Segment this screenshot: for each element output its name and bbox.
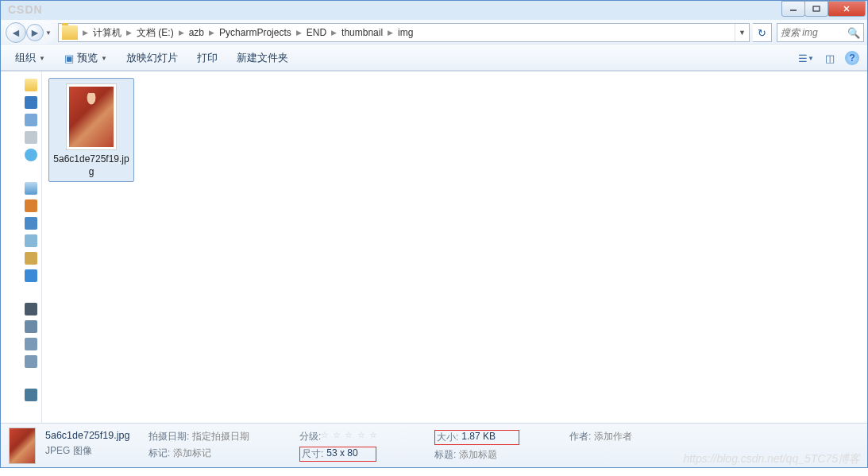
breadcrumb-separator[interactable]: ▶ xyxy=(207,29,216,37)
details-filename: 5a6c1de725f19.jpg xyxy=(45,430,149,441)
sidebar-item[interactable] xyxy=(1,215,41,232)
music-icon xyxy=(25,269,37,282)
svg-rect-1 xyxy=(813,6,820,11)
title-value[interactable]: 添加标题 xyxy=(459,448,497,462)
sidebar-item[interactable] xyxy=(1,335,41,353)
dimensions-value: 53 x 80 xyxy=(326,447,357,461)
sidebar-item[interactable] xyxy=(1,111,41,129)
nav-history-dropdown[interactable]: ▼ xyxy=(44,29,53,37)
breadcrumb-separator[interactable]: ▶ xyxy=(295,29,303,37)
address-bar[interactable]: ▶ 计算机 ▶ 文档 (E:) ▶ azb ▶ PycharmProjects … xyxy=(58,23,750,42)
breadcrumb-separator[interactable]: ▶ xyxy=(81,29,90,37)
breadcrumb-item[interactable]: thumbnail xyxy=(338,27,386,38)
drive-icon xyxy=(25,355,37,368)
sidebar-item[interactable] xyxy=(1,300,41,318)
size-highlight: 大小:1.87 KB xyxy=(434,430,519,445)
preview-pane-button[interactable]: ◫ xyxy=(821,49,839,67)
preview-label: 预览 xyxy=(77,52,98,65)
dimensions-label: 尺寸: xyxy=(302,447,323,461)
dimensions-highlight: 尺寸:53 x 80 xyxy=(299,447,376,462)
breadcrumb-item[interactable]: 文档 (E:) xyxy=(133,26,177,40)
sidebar-item[interactable] xyxy=(1,76,41,94)
breadcrumb-item[interactable]: azb xyxy=(186,27,207,38)
computer-icon xyxy=(25,303,37,315)
folder-icon xyxy=(25,79,37,91)
slideshow-button[interactable]: 放映幻灯片 xyxy=(120,48,184,68)
video-icon xyxy=(25,199,37,212)
documents-icon xyxy=(25,234,37,247)
cloud-icon xyxy=(25,149,37,161)
title-label: 标题: xyxy=(434,448,456,462)
file-list-pane[interactable]: 5a6c1de725f19.jpg xyxy=(42,72,867,423)
details-filetype: JPEG 图像 xyxy=(45,444,149,458)
watermark-bottom: https://blog.csdn.net/qq_5TC75博客 xyxy=(683,452,860,466)
sidebar-item[interactable] xyxy=(1,232,41,250)
library-icon xyxy=(25,182,37,195)
sidebar-item[interactable] xyxy=(1,129,41,146)
nav-buttons: ◄ ► ▼ xyxy=(4,21,55,45)
breadcrumb-separator[interactable]: ▶ xyxy=(330,29,338,37)
rating-stars[interactable]: ☆ ☆ ☆ ☆ ☆ xyxy=(321,430,377,443)
drive-icon xyxy=(25,320,37,333)
preview-icon: ▣ xyxy=(64,52,74,64)
breadcrumb-separator[interactable]: ▶ xyxy=(125,29,133,37)
breadcrumb-item[interactable]: END xyxy=(303,27,330,38)
navigation-sidebar xyxy=(1,72,42,423)
search-icon[interactable]: 🔍 xyxy=(847,27,860,39)
refresh-button[interactable]: ↻ xyxy=(753,23,772,42)
new-folder-button[interactable]: 新建文件夹 xyxy=(230,48,295,68)
organize-label: 组织 xyxy=(15,52,36,65)
sidebar-item[interactable] xyxy=(1,386,41,404)
minimize-button[interactable] xyxy=(781,1,805,17)
sidebar-item[interactable] xyxy=(1,353,41,370)
date-label: 拍摄日期: xyxy=(149,430,189,443)
help-button[interactable]: ? xyxy=(845,51,859,65)
rating-label: 分级: xyxy=(299,430,321,443)
author-value[interactable]: 添加作者 xyxy=(594,430,632,443)
sidebar-item[interactable] xyxy=(1,197,41,215)
downloads-icon xyxy=(25,252,37,265)
sidebar-item[interactable] xyxy=(1,180,41,197)
address-dropdown[interactable]: ▼ xyxy=(735,24,749,41)
chevron-down-icon: ▼ xyxy=(101,55,107,62)
search-box[interactable]: 🔍 xyxy=(777,23,864,42)
sidebar-item[interactable] xyxy=(1,250,41,267)
organize-menu[interactable]: 组织▼ xyxy=(9,48,52,68)
tags-label: 标记: xyxy=(149,447,170,460)
recent-icon xyxy=(25,131,37,144)
breadcrumb-item[interactable]: PycharmProjects xyxy=(216,27,295,38)
title-bar xyxy=(1,1,867,20)
search-input[interactable] xyxy=(781,27,847,38)
navigation-bar: ◄ ► ▼ ▶ 计算机 ▶ 文档 (E:) ▶ azb ▶ PycharmPro… xyxy=(1,20,867,45)
drive-icon xyxy=(25,338,37,350)
file-thumbnail xyxy=(66,83,117,150)
sidebar-item[interactable] xyxy=(1,94,41,111)
size-label: 大小: xyxy=(437,431,458,444)
size-value: 1.87 KB xyxy=(461,431,496,444)
sidebar-item[interactable] xyxy=(1,318,41,335)
close-button[interactable] xyxy=(827,1,866,17)
preview-menu[interactable]: ▣预览▼ xyxy=(58,48,114,68)
watermark-top: CSDN xyxy=(8,3,43,16)
network-icon xyxy=(25,389,37,401)
pictures-icon xyxy=(25,217,37,230)
chevron-down-icon: ▼ xyxy=(39,55,45,62)
explorer-window: ◄ ► ▼ ▶ 计算机 ▶ 文档 (E:) ▶ azb ▶ PycharmPro… xyxy=(0,0,868,468)
breadcrumb-item[interactable]: img xyxy=(395,27,416,38)
maximize-button[interactable] xyxy=(804,1,828,17)
tags-value[interactable]: 添加标记 xyxy=(173,447,211,460)
details-thumbnail xyxy=(9,428,36,464)
date-value[interactable]: 指定拍摄日期 xyxy=(192,430,249,443)
breadcrumb-item[interactable]: 计算机 xyxy=(90,26,125,40)
breadcrumb-separator[interactable]: ▶ xyxy=(177,29,186,37)
toolbar: 组织▼ ▣预览▼ 放映幻灯片 打印 新建文件夹 ☰ ▼ ◫ ? xyxy=(1,45,867,71)
window-controls xyxy=(782,1,866,17)
sidebar-item[interactable] xyxy=(1,267,41,284)
file-item-selected[interactable]: 5a6c1de725f19.jpg xyxy=(48,78,134,182)
print-button[interactable]: 打印 xyxy=(191,48,224,68)
view-options-button[interactable]: ☰ ▼ xyxy=(797,49,815,67)
breadcrumb-separator[interactable]: ▶ xyxy=(386,29,395,37)
back-button[interactable]: ◄ xyxy=(6,22,26,43)
sidebar-item[interactable] xyxy=(1,146,41,164)
forward-button[interactable]: ► xyxy=(26,24,44,41)
